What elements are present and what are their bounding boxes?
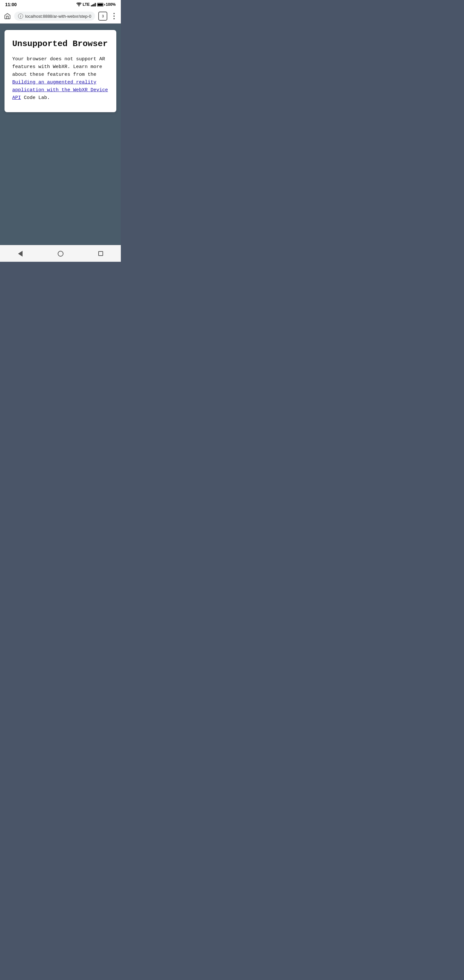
status-time: 11:00 [5, 2, 17, 7]
lte-indicator: LTE [83, 2, 90, 7]
home-button[interactable] [4, 13, 11, 20]
address-text: localhost:8888/ar-with-webxr/step-0 [25, 14, 91, 19]
tabs-button[interactable]: 3 [98, 12, 107, 21]
menu-dot-1 [113, 13, 115, 14]
battery-indicator: 100% [97, 2, 116, 7]
recents-icon [98, 251, 103, 256]
card-body-text-1: Your browser does not support AR feature… [12, 56, 105, 77]
menu-button[interactable] [111, 13, 118, 19]
browser-toolbar: i localhost:8888/ar-with-webxr/step-0 3 [0, 9, 121, 24]
home-nav-button[interactable] [54, 247, 68, 261]
info-icon: i [18, 14, 23, 19]
menu-dot-3 [113, 18, 115, 19]
navigation-bar [0, 245, 121, 262]
menu-dot-2 [113, 16, 115, 17]
back-nav-button[interactable] [13, 247, 27, 261]
card-body: Your browser does not support AR feature… [12, 56, 109, 102]
address-bar[interactable]: i localhost:8888/ar-with-webxr/step-0 [14, 12, 95, 21]
wifi-icon [76, 3, 81, 6]
status-bar: 11:00 LTE 100% [0, 0, 121, 9]
content-card: Unsupported Browser Your browser does no… [5, 30, 116, 112]
home-nav-icon [58, 251, 64, 257]
tabs-count: 3 [102, 14, 104, 18]
recents-nav-button[interactable] [94, 247, 108, 261]
card-title: Unsupported Browser [12, 39, 109, 49]
page-content: Unsupported Browser Your browser does no… [0, 24, 121, 245]
signal-bars [91, 3, 96, 6]
home-icon [4, 13, 11, 20]
card-body-text-2: Code Lab. [21, 95, 50, 100]
status-icons: LTE 100% [76, 2, 116, 7]
battery-percent: 100% [106, 2, 116, 7]
svg-point-0 [78, 5, 79, 6]
back-icon [18, 251, 22, 257]
